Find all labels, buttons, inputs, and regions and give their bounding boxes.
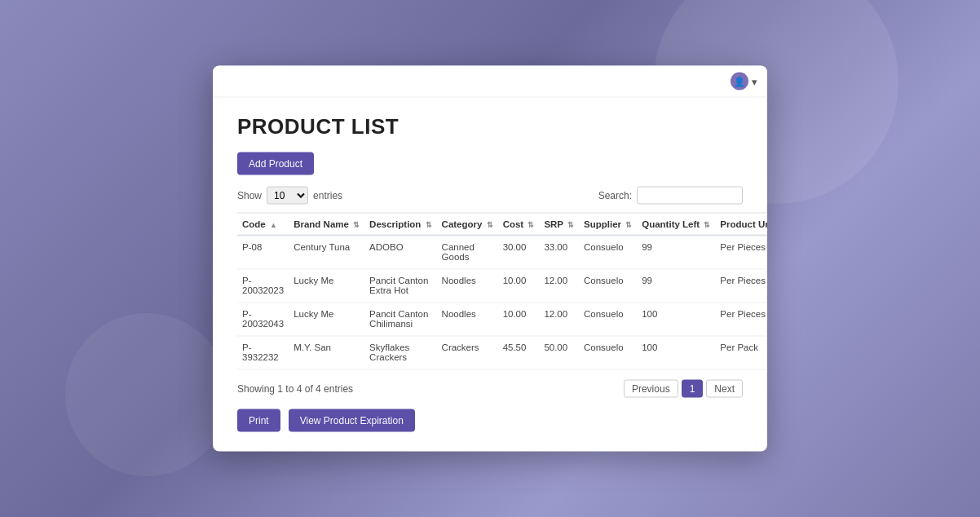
cell-unit-0: Per Pieces — [715, 236, 767, 270]
col-quantity-left[interactable]: Quantity Left ⇅ — [637, 213, 715, 236]
sort-icon-qty: ⇅ — [704, 221, 710, 229]
cell-supplier-3: Consuelo — [579, 336, 637, 369]
modal-topbar: 👤 ▾ — [213, 66, 767, 98]
cell-desc-0: ADOBO — [364, 236, 436, 270]
cell-brand-3: M.Y. San — [289, 336, 364, 369]
sort-icon-brand: ⇅ — [353, 221, 360, 229]
cell-cat-3: Crackers — [437, 336, 498, 369]
col-cost[interactable]: Cost ⇅ — [498, 213, 540, 236]
cell-desc-1: Pancit Canton Extra Hot — [364, 269, 436, 303]
cell-srp-1: 12.00 — [539, 269, 579, 303]
cell-cost-2: 10.00 — [498, 303, 540, 336]
col-code[interactable]: Code ▲ — [237, 213, 289, 236]
table-row: P-3932232 M.Y. San Skyflakes Crackers Cr… — [237, 336, 767, 369]
sort-icon-desc: ⇅ — [426, 221, 432, 229]
cell-cost-0: 30.00 — [498, 236, 540, 270]
cell-brand-0: Century Tuna — [289, 236, 364, 270]
next-button[interactable]: Next — [706, 380, 743, 398]
show-label: Show — [237, 190, 262, 201]
col-brand-name[interactable]: Brand Name ⇅ — [289, 213, 364, 236]
cell-brand-1: Lucky Me — [289, 269, 364, 303]
entries-select[interactable]: 10 25 50 100 — [267, 187, 308, 205]
col-category[interactable]: Category ⇅ — [437, 213, 498, 236]
sort-icon-supplier: ⇅ — [625, 221, 632, 229]
cell-qty-2: 100 — [637, 303, 715, 336]
col-srp[interactable]: SRP ⇅ — [539, 213, 579, 236]
table-row: P-20032023 Lucky Me Pancit Canton Extra … — [237, 269, 767, 303]
page-title: PRODUCT LIST — [237, 114, 743, 139]
cell-srp-2: 12.00 — [539, 303, 579, 336]
user-icon-symbol: 👤 — [734, 76, 745, 86]
cell-cost-3: 45.50 — [498, 336, 540, 369]
cell-qty-1: 99 — [637, 269, 715, 303]
table-controls: Show 10 25 50 100 entries Search: — [237, 187, 743, 205]
cell-desc-2: Pancit Canton Chilimansi — [364, 303, 436, 336]
showing-entries-text: Showing 1 to 4 of 4 entries — [237, 383, 353, 395]
cell-desc-3: Skyflakes Crackers — [364, 336, 436, 369]
table-header-row: Code ▲ Brand Name ⇅ Description ⇅ Catego… — [237, 213, 767, 236]
cell-supplier-1: Consuelo — [579, 269, 637, 303]
cell-cat-0: Canned Goods — [437, 236, 498, 270]
product-table: Code ▲ Brand Name ⇅ Description ⇅ Catego… — [237, 213, 767, 370]
table-row: P-08 Century Tuna ADOBO Canned Goods 30.… — [237, 236, 767, 270]
cell-srp-0: 33.00 — [539, 236, 579, 270]
view-expiration-button[interactable]: View Product Expiration — [289, 409, 415, 432]
user-menu-button[interactable]: 👤 ▾ — [731, 73, 757, 91]
col-product-unit[interactable]: Product Unit ⇅ — [715, 213, 767, 236]
cell-cost-1: 10.00 — [498, 269, 540, 303]
modal-window: 👤 ▾ PRODUCT LIST Add Product Show 10 25 … — [213, 66, 767, 452]
table-row: P-20032043 Lucky Me Pancit Canton Chilim… — [237, 303, 767, 336]
bottom-buttons: Print View Product Expiration — [237, 409, 743, 432]
sort-icon-srp: ⇅ — [567, 221, 574, 229]
cell-unit-1: Per Pieces — [715, 269, 767, 303]
table-body: P-08 Century Tuna ADOBO Canned Goods 30.… — [237, 236, 767, 370]
cell-unit-2: Per Pieces — [715, 303, 767, 336]
cell-supplier-2: Consuelo — [579, 303, 637, 336]
print-button[interactable]: Print — [237, 409, 280, 432]
col-description[interactable]: Description ⇅ — [364, 213, 436, 236]
sort-icon-cat: ⇅ — [487, 221, 493, 229]
user-dropdown-arrow: ▾ — [752, 75, 757, 87]
cell-supplier-0: Consuelo — [579, 236, 637, 270]
add-product-button[interactable]: Add Product — [237, 152, 314, 175]
sort-icon-code: ▲ — [270, 221, 277, 229]
search-box: Search: — [598, 187, 743, 205]
show-entries-control: Show 10 25 50 100 entries — [237, 187, 342, 205]
cell-srp-3: 50.00 — [539, 336, 579, 369]
cell-unit-3: Per Pack — [715, 336, 767, 369]
page-1-button[interactable]: 1 — [682, 380, 704, 398]
cell-code-0: P-08 — [237, 236, 289, 270]
col-supplier[interactable]: Supplier ⇅ — [579, 213, 637, 236]
table-footer: Showing 1 to 4 of 4 entries Previous 1 N… — [237, 380, 743, 398]
cell-code-3: P-3932232 — [237, 336, 289, 369]
pagination: Previous 1 Next — [624, 380, 743, 398]
cell-cat-1: Noodles — [437, 269, 498, 303]
user-avatar-icon: 👤 — [731, 73, 748, 91]
previous-button[interactable]: Previous — [624, 380, 678, 398]
cell-qty-3: 100 — [637, 336, 715, 369]
entries-label: entries — [313, 190, 342, 201]
search-label: Search: — [598, 190, 632, 201]
cell-code-1: P-20032023 — [237, 269, 289, 303]
cell-brand-2: Lucky Me — [289, 303, 364, 336]
search-input[interactable] — [637, 187, 743, 205]
cell-code-2: P-20032043 — [237, 303, 289, 336]
modal-content: PRODUCT LIST Add Product Show 10 25 50 1… — [213, 98, 767, 452]
cell-cat-2: Noodles — [437, 303, 498, 336]
cell-qty-0: 99 — [637, 236, 715, 270]
sort-icon-cost: ⇅ — [528, 221, 534, 229]
